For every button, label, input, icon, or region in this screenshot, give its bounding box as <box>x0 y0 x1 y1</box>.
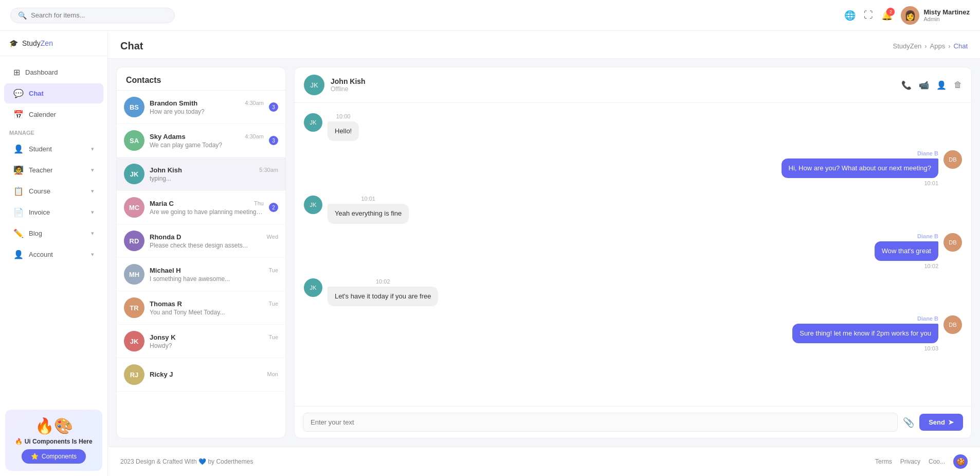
cookie-settings-button[interactable]: 🍪 <box>953 454 968 469</box>
chat-header-avatar: JK <box>304 75 324 95</box>
contact-time: 4:30am <box>245 100 264 106</box>
contact-time: Thu <box>254 200 264 206</box>
message-content: Diane B Sure thing! let me know if 2pm w… <box>792 315 938 351</box>
message-time: 10:01 <box>924 180 938 186</box>
contact-item-rhonda[interactable]: RD Rhonda D Wed Please check these desig… <box>117 224 285 258</box>
contact-time: 5:30am <box>259 167 278 173</box>
message-bubble: Wow that's great <box>875 241 938 261</box>
sidebar-item-student[interactable]: 👤 Student ▾ <box>4 139 103 159</box>
sidebar-item-account[interactable]: 👤 Account ▾ <box>4 244 103 265</box>
contact-item-michael[interactable]: MH Michael H Tue I something have awesom… <box>117 258 285 291</box>
footer-cookie[interactable]: Coo... <box>929 458 945 465</box>
manage-label: Manage <box>0 126 107 138</box>
chevron-down-icon: ▾ <box>91 146 94 152</box>
sidebar: 🎓 StudyZen ⊞ Dashboard 💬 Chat 📅 Calender <box>0 31 108 476</box>
user-info[interactable]: 👩 Misty Martinez Admin <box>901 6 970 25</box>
search-box[interactable]: 🔍 <box>10 8 175 23</box>
sidebar-item-label: Account <box>29 251 53 258</box>
search-input[interactable] <box>31 11 167 19</box>
contact-info: John Kish 5:30am typing... <box>150 166 278 182</box>
message-sender: Diane B <box>917 233 938 239</box>
notification-icon[interactable]: 🔔 2 <box>881 10 893 21</box>
contact-badge: 2 <box>269 203 278 212</box>
contact-name: Ricky J <box>150 371 173 378</box>
person-icon[interactable]: 👤 <box>936 80 947 90</box>
contact-item-maria[interactable]: MC Maria C Thu Are we going to have plan… <box>117 191 285 224</box>
message-time: 10:02 <box>924 263 938 269</box>
message-avatar: JK <box>304 278 322 297</box>
page-header: Chat StudyZen › Apps › Chat <box>108 31 980 59</box>
sidebar-item-blog[interactable]: ✏️ Blog ▾ <box>4 223 103 243</box>
components-button[interactable]: ⭐ Components <box>22 449 86 464</box>
message-row: JK 10:01 Yeah everything is fine <box>304 196 962 223</box>
breadcrumb-studyzen: StudyZen <box>893 42 922 50</box>
contact-avatar: MH <box>124 264 144 285</box>
message-row: DB Diane B Hi, How are you? What about o… <box>304 150 962 186</box>
translate-icon[interactable]: 🌐 <box>844 10 856 21</box>
fullscreen-icon[interactable]: ⛶ <box>864 10 873 21</box>
contact-time: Wed <box>267 234 278 240</box>
message-avatar: JK <box>304 196 322 214</box>
chat-icon: 💬 <box>13 89 24 98</box>
sidebar-item-dashboard[interactable]: ⊞ Dashboard <box>4 62 103 82</box>
contact-info: Rhonda D Wed Please check these design a… <box>150 233 278 249</box>
teacher-icon: 🧑‍🏫 <box>13 165 24 175</box>
contact-item-john[interactable]: JK John Kish 5:30am typing... <box>117 157 285 191</box>
message-bubble: Let's have it today if you are free <box>328 287 438 306</box>
chat-input[interactable] <box>303 413 898 432</box>
logo-text: StudyZen <box>22 39 53 47</box>
message-time: 10:03 <box>924 345 938 351</box>
send-button[interactable]: Send ➤ <box>919 414 963 431</box>
sidebar-item-chat[interactable]: 💬 Chat <box>4 83 103 103</box>
logo-study: Study <box>22 39 41 47</box>
sidebar-item-label: Student <box>29 145 52 153</box>
message-time: 10:01 <box>328 196 409 202</box>
chat-wrapper: Contacts BS Brandon Smith 4:30am How are… <box>108 59 980 447</box>
message-bubble: Yeah everything is fine <box>328 204 409 223</box>
contact-badge: 3 <box>269 136 278 145</box>
message-avatar: DB <box>943 233 962 252</box>
top-bar-right: 🌐 ⛶ 🔔 2 👩 Misty Martinez Admin <box>844 6 970 25</box>
sidebar-item-label: Course <box>29 187 50 195</box>
main-content: 🎓 StudyZen ⊞ Dashboard 💬 Chat 📅 Calender <box>0 31 980 476</box>
sidebar-item-invoice[interactable]: 📄 Invoice ▾ <box>4 202 103 222</box>
contact-name: Rhonda D <box>150 233 181 241</box>
sidebar-item-calender[interactable]: 📅 Calender <box>4 104 103 125</box>
video-icon[interactable]: 📹 <box>919 80 929 90</box>
contact-name: Thomas R <box>150 300 182 308</box>
footer-privacy[interactable]: Privacy <box>900 458 920 465</box>
contact-preview: Are we going to have planning meeting to… <box>150 208 264 216</box>
blog-icon: ✏️ <box>13 228 24 238</box>
attach-icon[interactable]: 📎 <box>903 417 914 428</box>
message-content: 10:02 Let's have it today if you are fre… <box>328 278 438 306</box>
message-bubble: Hello! <box>328 121 359 141</box>
contact-item-brandon[interactable]: BS Brandon Smith 4:30am How are you toda… <box>117 91 285 124</box>
message-bubble: Sure thing! let me know if 2pm works for… <box>792 324 938 343</box>
message-avatar: DB <box>943 150 962 169</box>
contact-item-jonsy[interactable]: JK Jonsy K Tue Howdy? <box>117 325 285 358</box>
delete-icon[interactable]: 🗑 <box>954 80 962 90</box>
contact-info: Maria C Thu Are we going to have plannin… <box>150 200 264 216</box>
chat-header: JK John Kish Offline 📞 📹 👤 🗑 <box>295 67 971 103</box>
invoice-icon: 📄 <box>13 207 24 217</box>
sidebar-item-course[interactable]: 📋 Course ▾ <box>4 181 103 201</box>
chevron-down-icon: ▾ <box>91 167 94 173</box>
contact-time: 4:30am <box>245 133 264 139</box>
contact-avatar: JK <box>124 164 144 184</box>
contact-avatar: BS <box>124 97 144 117</box>
chevron-down-icon: ▾ <box>91 188 94 195</box>
message-avatar: JK <box>304 113 322 132</box>
breadcrumb-apps: Apps <box>930 42 946 50</box>
send-label: Send <box>929 418 945 426</box>
chat-panel: JK John Kish Offline 📞 📹 👤 🗑 <box>294 67 972 438</box>
search-icon: 🔍 <box>18 11 27 20</box>
contact-item-ricky[interactable]: RJ Ricky J Mon <box>117 358 285 392</box>
logo-icon: 🎓 <box>9 39 18 47</box>
sidebar-item-teacher[interactable]: 🧑‍🏫 Teacher ▾ <box>4 160 103 180</box>
contact-item-sky[interactable]: SA Sky Adams 4:30am We can play game Tod… <box>117 124 285 157</box>
phone-icon[interactable]: 📞 <box>901 80 912 90</box>
sidebar-item-label: Blog <box>29 230 42 237</box>
contact-item-thomas[interactable]: TR Thomas R Tue You and Tony Meet Today.… <box>117 291 285 325</box>
chat-input-area: 📎 Send ➤ <box>295 406 971 438</box>
footer-terms[interactable]: Terms <box>875 458 892 465</box>
